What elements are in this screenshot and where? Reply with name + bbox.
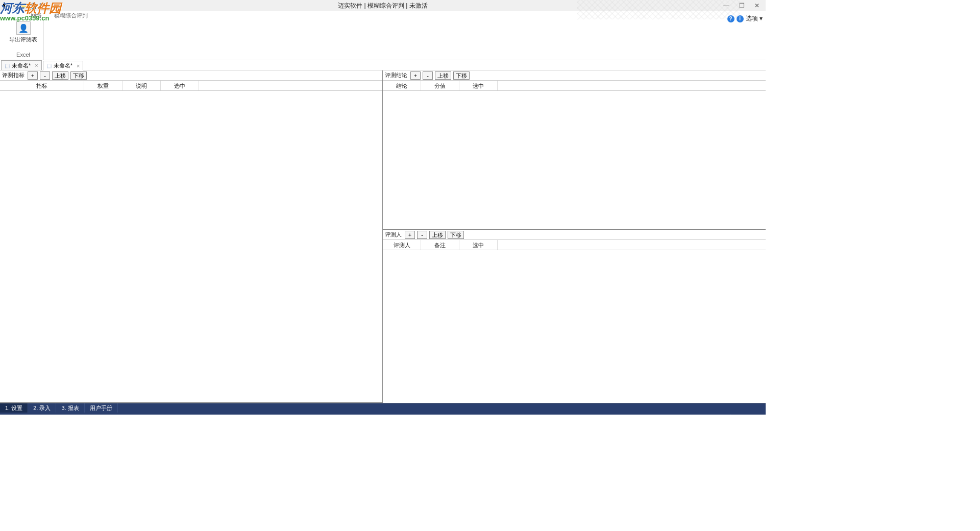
tab-settings[interactable]: 1. 设置 — [0, 403, 28, 413]
col-score[interactable]: 分值 — [421, 81, 459, 90]
close-button[interactable]: ✕ — [752, 2, 762, 9]
add-button[interactable]: + — [405, 231, 415, 239]
tab-input[interactable]: 2. 录入 — [28, 403, 56, 413]
indicators-title: 评测指标 — [2, 71, 24, 79]
conclusions-panel: 评测结论 + - 上移 下移 结论 分值 选中 — [383, 70, 766, 230]
col-reviewer[interactable]: 评测人 — [383, 240, 421, 250]
reviewers-title: 评测人 — [385, 231, 402, 238]
remove-button[interactable]: - — [417, 231, 427, 239]
open-icon[interactable]: 📂 — [19, 2, 28, 10]
options-dropdown[interactable]: 选项 ▾ — [746, 14, 763, 23]
col-weight[interactable]: 权重 — [84, 81, 122, 90]
menu-row: 网络 模糊综合评判 — [0, 11, 766, 19]
move-down-button[interactable]: 下移 — [70, 71, 87, 80]
tab-manual[interactable]: 用户手册 — [85, 403, 118, 413]
reviewers-panel: 评测人 + - 上移 下移 评测人 备注 选中 — [383, 230, 766, 403]
ribbon-group-label: Excel — [16, 52, 30, 59]
menu-network[interactable]: 网络 — [31, 12, 42, 19]
cube-icon: ⬚ — [46, 62, 52, 69]
move-down-button[interactable]: 下移 — [448, 231, 464, 239]
minimize-button[interactable]: — — [722, 2, 731, 9]
license-status: 授权方式：评估版 — [717, 414, 762, 415]
col-selected[interactable]: 选中 — [459, 240, 498, 250]
move-up-button[interactable]: 上移 — [52, 71, 68, 80]
cube-icon: ⬚ — [5, 62, 10, 69]
maximize-button[interactable]: ❐ — [737, 2, 746, 9]
close-icon[interactable]: × — [77, 63, 80, 69]
remove-button[interactable]: - — [423, 71, 433, 80]
indicators-toolbar: 评测指标 + - 上移 下移 — [0, 70, 382, 81]
move-down-button[interactable]: 下移 — [453, 71, 470, 80]
reviewers-toolbar: 评测人 + - 上移 下移 — [383, 230, 766, 240]
doc-tab-1[interactable]: ⬚ 未命名* × — [43, 61, 84, 70]
tab-report[interactable]: 3. 报表 — [56, 403, 84, 413]
titlebar: ◧ ▫ 📂 💾 ✀ 迈实软件 | 模糊综合评判 | 未激活 — ❐ ✕ — [0, 0, 766, 11]
conclusions-title: 评测结论 — [385, 71, 407, 79]
doc-tab-label: 未命名* — [12, 62, 31, 69]
right-panel: 评测结论 + - 上移 下移 结论 分值 选中 评测人 + - 上移 下移 — [383, 70, 766, 403]
col-selected[interactable]: 选中 — [459, 81, 498, 90]
info-icon[interactable]: i — [737, 15, 744, 22]
add-button[interactable]: + — [410, 71, 421, 80]
ribbon: 👤 导出评测表 Excel — [0, 19, 766, 60]
indicators-header: 指标 权重 说明 选中 — [0, 81, 382, 91]
move-up-button[interactable]: 上移 — [435, 71, 451, 80]
header-right: ? i 选项 ▾ — [727, 14, 763, 23]
col-desc[interactable]: 说明 — [122, 81, 161, 90]
remove-button[interactable]: - — [40, 71, 50, 80]
col-remark[interactable]: 备注 — [421, 240, 459, 250]
bottom-tabs: 1. 设置 2. 录入 3. 报表 用户手册 — [0, 403, 766, 413]
reviewers-grid[interactable] — [383, 250, 766, 403]
col-indicator[interactable]: 指标 — [0, 81, 84, 90]
export-evaluation-button[interactable]: 👤 导出评测表 — [7, 20, 39, 44]
conclusions-grid[interactable] — [383, 91, 766, 229]
indicators-grid[interactable] — [0, 91, 382, 402]
add-button[interactable]: + — [28, 71, 38, 80]
statusbar: 授权方式：评估版 — [0, 413, 766, 415]
new-icon[interactable]: ▫ — [10, 2, 18, 10]
document-tabstrip: ⬚ 未命名* × ⬚ 未命名* × — [0, 60, 766, 70]
conclusions-toolbar: 评测结论 + - 上移 下移 — [383, 70, 766, 81]
person-icon: 👤 — [16, 21, 31, 35]
reviewers-header: 评测人 备注 选中 — [383, 240, 766, 250]
window-title: 迈实软件 | 模糊综合评判 | 未激活 — [338, 2, 428, 10]
close-icon[interactable]: × — [35, 62, 38, 68]
tools-icon[interactable]: ✀ — [38, 2, 46, 10]
doc-tab-label: 未命名* — [54, 62, 72, 69]
help-icon[interactable]: ? — [727, 15, 734, 22]
app-icon[interactable]: ◧ — [1, 2, 9, 10]
indicators-panel: 评测指标 + - 上移 下移 指标 权重 说明 选中 — [0, 70, 383, 403]
save-icon[interactable]: 💾 — [29, 2, 37, 10]
main-content: 评测指标 + - 上移 下移 指标 权重 说明 选中 评测结论 + - 上移 下… — [0, 70, 766, 403]
col-selected[interactable]: 选中 — [161, 81, 199, 90]
col-conclusion[interactable]: 结论 — [383, 81, 421, 90]
menu-fuzzy[interactable]: 模糊综合评判 — [54, 12, 88, 19]
ribbon-group-excel: 👤 导出评测表 Excel — [3, 19, 44, 60]
conclusions-header: 结论 分值 选中 — [383, 81, 766, 91]
doc-tab-0[interactable]: ⬚ 未命名* × — [1, 60, 42, 70]
move-up-button[interactable]: 上移 — [429, 231, 446, 239]
